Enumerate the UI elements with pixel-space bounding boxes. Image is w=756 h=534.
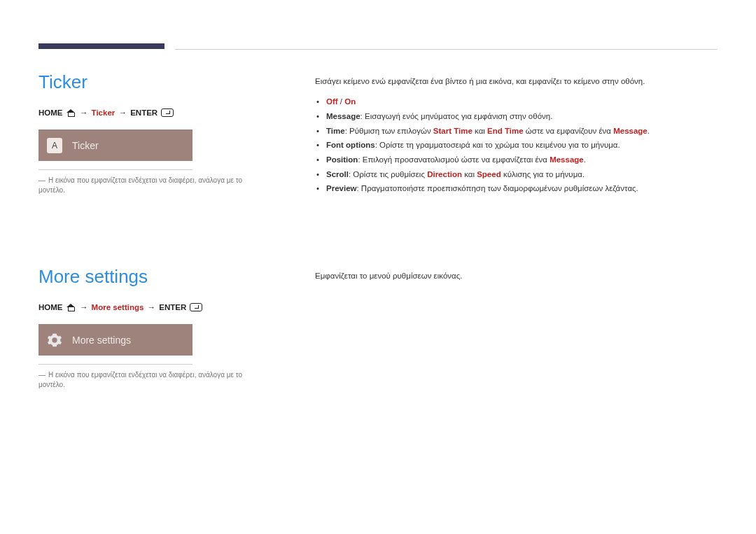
section-more-settings: More settings HOME → More settings → ENT…: [38, 266, 718, 390]
disclaimer: ―Η εικόνα που εμφανίζεται ενδέχεται να δ…: [38, 370, 266, 390]
arrow-icon: →: [148, 303, 156, 311]
highlight: End Time: [487, 127, 524, 135]
disclaimer-text: Η εικόνα που εμφανίζεται ενδέχεται να δι…: [38, 371, 242, 388]
bullet-text: : Ορίστε τη γραμματοσειρά και το χρώμα τ…: [375, 141, 620, 149]
header-line: [175, 49, 718, 50]
separator: [38, 169, 192, 170]
disclaimer: ―Η εικόνα που εμφανίζεται ενδέχεται να δ…: [38, 176, 266, 195]
bullet-item: Time: Ρύθμιση των επιλογών Start Time κα…: [326, 124, 718, 139]
bullet-item: Message: Εισαγωγή ενός μηνύματος για εμφ…: [326, 109, 718, 124]
bullet-text: : Πραγματοποιήστε προεπισκόπηση των διαμ…: [356, 184, 638, 192]
highlight: Message: [613, 127, 648, 135]
bullet-item: Preview: Πραγματοποιήστε προεπισκόπηση τ…: [326, 181, 718, 196]
bullet-key: Time: [326, 127, 345, 135]
highlight: Speed: [477, 170, 501, 178]
enter-icon: [161, 108, 174, 117]
separator: [38, 364, 192, 365]
bullet-text: και: [462, 170, 477, 178]
breadcrumb-step: Ticker: [92, 108, 115, 117]
bullet-text: : Επιλογή προσανατολισμού ώστε να εμφανί…: [358, 155, 550, 164]
bullet-key: Position: [326, 155, 358, 164]
bullet-key: Message: [326, 112, 360, 120]
bullet-key: Preview: [326, 184, 356, 192]
gear-icon: [47, 332, 62, 348]
preview-card: More settings: [38, 324, 192, 356]
disclaimer-text: Η εικόνα που εμφανίζεται ενδέχεται να δι…: [38, 176, 242, 194]
letter-a-icon: A: [47, 138, 62, 153]
preview-card: A Ticker: [38, 129, 192, 161]
bullet-text: .: [584, 155, 586, 164]
dash-icon: ―: [38, 371, 46, 379]
bullet-text: κύλισης για το μήνυμα.: [501, 170, 584, 178]
on-label: On: [344, 97, 356, 106]
bullet-item: Position: Επιλογή προσανατολισμού ώστε ν…: [326, 153, 718, 167]
arrow-icon: →: [119, 108, 127, 117]
arrow-icon: →: [80, 303, 88, 311]
highlight: Direction: [427, 170, 462, 178]
home-icon: [66, 109, 75, 116]
bullet-item: Scroll: Ορίστε τις ρυθμίσεις Direction κ…: [326, 167, 718, 182]
intro-text: Εισάγει κείμενο ενώ εμφανίζεται ένα βίντ…: [315, 76, 718, 87]
bullet-text: : Εισαγωγή ενός μηνύματος για εμφάνιση σ…: [360, 112, 553, 120]
arrow-icon: →: [80, 108, 88, 117]
bullet-text: ώστε να εμφανίζουν ένα: [524, 127, 614, 135]
bullet-text: : Ορίστε τις ρυθμίσεις: [349, 170, 427, 178]
breadcrumb-step: More settings: [92, 303, 144, 311]
home-icon: [66, 304, 75, 311]
preview-label: More settings: [72, 335, 131, 346]
intro-text: Εμφανίζεται το μενού ρυθμίσεων εικόνας.: [315, 270, 718, 282]
preview-label: Ticker: [72, 140, 99, 151]
bullet-list: Off / On Message: Εισαγωγή ενός μηνύματο…: [315, 94, 718, 196]
section-title: Ticker: [38, 71, 266, 93]
bullet-text: : Ρύθμιση των επιλογών: [345, 127, 433, 135]
section-title: More settings: [38, 266, 266, 288]
bullet-key: Scroll: [326, 170, 349, 178]
bullet-item: Off / On: [326, 94, 718, 109]
enter-icon: [190, 303, 202, 311]
bullet-key: Font options: [326, 141, 375, 149]
header-mark: [38, 43, 164, 49]
breadcrumb: HOME → Ticker → ENTER: [38, 108, 266, 117]
dash-icon: ―: [38, 176, 46, 184]
section-ticker: Ticker HOME → Ticker → ENTER A Ticker ―Η…: [38, 71, 718, 196]
off-label: Off: [326, 97, 338, 106]
separator-text: /: [338, 97, 345, 106]
bullet-text: και: [472, 127, 487, 135]
bullet-text: .: [648, 127, 650, 135]
highlight: Start Time: [433, 127, 472, 135]
highlight: Message: [550, 155, 584, 164]
breadcrumb-home: HOME: [38, 303, 63, 311]
breadcrumb-home: HOME: [38, 108, 63, 117]
breadcrumb: HOME → More settings → ENTER: [38, 303, 266, 311]
bullet-item: Font options: Ορίστε τη γραμματοσειρά κα…: [326, 138, 718, 153]
breadcrumb-enter: ENTER: [130, 108, 158, 117]
breadcrumb-enter: ENTER: [159, 303, 186, 311]
